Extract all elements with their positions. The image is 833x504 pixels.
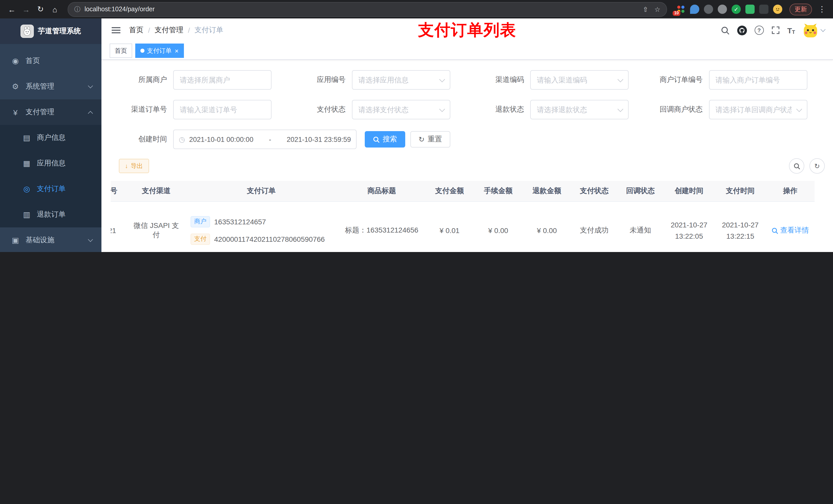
reload-icon[interactable]: ↻ — [34, 3, 47, 16]
merchant-order-line: 商户 1635312124657 — [191, 216, 266, 227]
table-body: 121 微信 JSAPI 支付 商户 1635312124657 支付 4200… — [111, 202, 814, 252]
merchant-filter-input[interactable] — [173, 70, 271, 90]
forward-icon[interactable]: → — [20, 3, 33, 16]
gear-icon: ⚙ — [10, 82, 21, 91]
sidebar-item-infrastructure[interactable]: ▣ 基础设施 — [0, 227, 101, 252]
sidebar-item-refund-order[interactable]: ▥ 退款订单 — [0, 202, 101, 227]
app-title: 芋道管理系统 — [38, 27, 81, 36]
pay-amount: ¥ 0.01 — [425, 202, 474, 252]
monitor-icon: ▣ — [10, 236, 21, 245]
extension-icon[interactable] — [718, 5, 727, 14]
sidebar-item-app-info[interactable]: ▦ 应用信息 — [0, 150, 101, 176]
home-icon[interactable]: ⌂ — [48, 3, 62, 16]
view-detail-label: 查看详情 — [780, 226, 809, 235]
sidebar-item-home[interactable]: ◉ 首页 — [0, 48, 101, 74]
sidebar-item-merchant-info[interactable]: ▤ 商户信息 — [0, 125, 101, 150]
page-content: 所属商户 应用编号 渠道编码 — [101, 60, 833, 252]
clock-icon: ◷ — [179, 135, 185, 143]
merchant-card-icon: ▤ — [22, 133, 32, 142]
chevron-down-icon — [88, 237, 93, 242]
bookmark-star-icon[interactable]: ☆ — [654, 5, 660, 13]
app-no-select[interactable] — [352, 70, 450, 90]
col-channel: 支付渠道 — [128, 181, 185, 202]
order-target-icon: ◎ — [22, 184, 32, 194]
app-logo[interactable]: 芋道管理系统 — [0, 19, 101, 44]
search-icon[interactable] — [720, 26, 729, 34]
export-button[interactable]: ↓ 导出 — [119, 159, 149, 173]
filter-label: 渠道编码 — [468, 75, 524, 85]
breadcrumb-item-home[interactable]: 首页 — [129, 26, 143, 35]
extension-icon[interactable]: ✓ — [732, 5, 741, 14]
user-avatar[interactable] — [803, 23, 825, 38]
github-icon[interactable] — [737, 25, 747, 35]
extensions-area: 10 ✓ — [673, 5, 785, 14]
refund-doc-icon: ▥ — [22, 210, 32, 219]
orders-table: 编号 支付渠道 支付订单 商品标题 支付金额 手续金额 退款金额 支付状态 回调… — [111, 181, 825, 252]
extension-icon[interactable] — [690, 5, 699, 14]
sidebar-item-label: 退款订单 — [37, 210, 66, 219]
address-bar[interactable]: ⓘ localhost:1024/pay/order ⇧ ☆ — [68, 2, 667, 17]
sidebar-menu: ◉ 首页 ⚙ 系统管理 ¥ 支付管理 ▤ 商户信息 — [0, 44, 101, 252]
tab-home[interactable]: 首页 — [110, 44, 132, 58]
order-id: 121 — [111, 202, 128, 252]
filter-label: 回调商户状态 — [646, 105, 703, 114]
docs-help-icon[interactable]: ? — [754, 26, 764, 35]
view-detail-link[interactable]: 查看详情 — [771, 226, 809, 235]
table-refresh-button[interactable]: ↻ — [809, 158, 825, 174]
channel-code-select[interactable] — [530, 70, 628, 90]
create-time-cell: 2021-10-27 13:22:05 — [663, 202, 715, 252]
channel-order-line: 支付 4200001174202110278060590766 — [191, 234, 325, 245]
sidebar-item-pay-order[interactable]: ◎ 支付订单 — [0, 176, 101, 202]
dashboard-icon: ◉ — [10, 56, 21, 66]
extension-icon[interactable] — [704, 5, 713, 14]
search-form: 所属商户 应用编号 渠道编码 — [111, 70, 825, 119]
tab-pay-order[interactable]: 支付订单 × — [135, 44, 184, 58]
search-button[interactable]: 搜索 — [365, 131, 405, 147]
close-icon[interactable]: × — [175, 47, 178, 54]
profile-avatar-icon[interactable] — [773, 5, 782, 14]
notify-status: 未通知 — [617, 202, 663, 252]
browser-update-button[interactable]: 更新 — [789, 3, 812, 15]
create-time-range-picker[interactable]: ◷ 2021-10-01 00:00:00 - 2021-10-31 23:59… — [173, 129, 357, 149]
merchant-badge: 商户 — [191, 216, 210, 227]
filter-label: 渠道订单号 — [111, 105, 167, 114]
reset-button[interactable]: ↻ 重置 — [410, 131, 450, 147]
extension-badge: 10 — [673, 11, 680, 16]
pay-status: 支付成功 — [571, 202, 617, 252]
breadcrumb-item-payment[interactable]: 支付管理 — [155, 26, 184, 35]
font-size-icon[interactable]: TT — [787, 26, 795, 34]
table-search-toggle-button[interactable] — [789, 158, 804, 174]
pay-status-select[interactable] — [352, 100, 450, 119]
search-button-label: 搜索 — [383, 135, 397, 144]
fullscreen-icon[interactable] — [771, 26, 780, 34]
sidebar-toggle-icon[interactable] — [110, 24, 122, 37]
site-info-icon[interactable]: ⓘ — [74, 5, 80, 14]
extension-icon[interactable] — [745, 5, 755, 14]
table-mini-tools: ↻ — [789, 158, 825, 174]
merchant-order-no-input[interactable] — [709, 70, 807, 90]
browser-menu-icon[interactable]: ⋮ — [816, 5, 828, 14]
payment-submenu: ▤ 商户信息 ▦ 应用信息 ◎ 支付订单 ▥ 退款订单 — [0, 125, 101, 227]
table-row: 121 微信 JSAPI 支付 商户 1635312124657 支付 4200… — [111, 202, 814, 252]
extension-icon[interactable]: 10 — [676, 5, 686, 14]
col-pay-time: 支付时间 — [715, 181, 766, 202]
share-icon[interactable]: ⇧ — [643, 5, 648, 13]
merchant-order-no: 1635312124657 — [214, 218, 266, 226]
sidebar-item-system[interactable]: ⚙ 系统管理 — [0, 74, 101, 99]
sidebar-item-payment[interactable]: ¥ 支付管理 — [0, 99, 101, 125]
sidebar-item-label: 首页 — [26, 56, 40, 66]
chevron-down-icon — [88, 83, 93, 88]
top-navbar: 首页 / 支付管理 / 支付订单 支付订单列表 ? — [101, 19, 833, 42]
back-icon[interactable]: ← — [5, 3, 19, 16]
channel-order-no-input[interactable] — [173, 100, 271, 119]
channel-order-no: 4200001174202110278060590766 — [214, 235, 325, 243]
notify-status-select[interactable] — [709, 100, 807, 119]
pay-time: 13:22:15 — [727, 231, 754, 242]
sidebar-item-label: 支付订单 — [37, 184, 66, 194]
col-amount: 支付金额 — [425, 181, 474, 202]
refund-status-select[interactable] — [530, 100, 628, 119]
active-dot — [140, 49, 144, 53]
pikachu-avatar-image — [803, 23, 818, 38]
extensions-puzzle-icon[interactable] — [759, 5, 768, 14]
sidebar-item-label: 应用信息 — [37, 159, 66, 168]
